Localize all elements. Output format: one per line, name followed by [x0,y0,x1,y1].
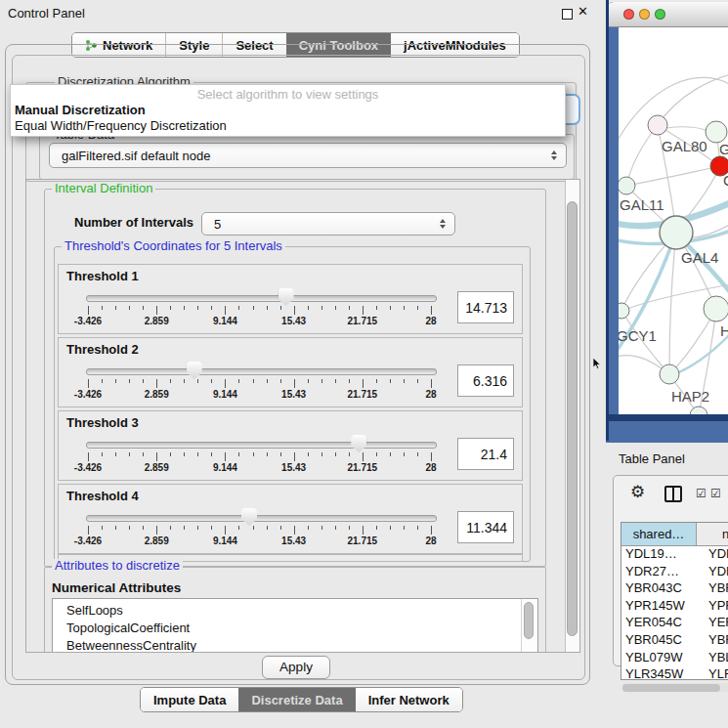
slider-tick [308,452,309,456]
slider-scale-label: 21.715 [348,389,378,400]
network-node-gal4[interactable] [660,216,693,249]
slider-tick [170,379,171,383]
threshold-panel-1: Threshold 1-3.4262.8599.14415.4321.71528… [58,264,523,334]
network-node-gal80[interactable] [648,115,667,135]
slider-tick [102,306,103,310]
cell-shared-name: YBR043C [625,580,682,595]
network-canvas[interactable]: GAL80GACGAL11GAL4GCY1HHAP2 [619,27,728,414]
split-view-icon[interactable] [664,486,682,502]
node-table: shared… na YDL19…YDL1YDR27…YDR2YBR043CYB… [621,522,728,680]
threshold-slider-track[interactable] [86,295,437,302]
threshold-slider-thumb[interactable] [351,435,366,452]
table-row[interactable]: YLR345WYLR3 [621,666,728,680]
network-node-h[interactable] [704,296,728,321]
table-row[interactable]: YBR043CYBR0 [621,580,728,598]
table-row[interactable]: YPR145WYPR1 [621,598,728,616]
slider-scale-label: 9.144 [213,462,237,473]
cell-name: YPR1 [708,598,728,613]
table-row[interactable]: YBR045CYBR0 [621,632,728,650]
settings-scrollbar-thumb[interactable] [567,201,578,636]
network-node[interactable] [690,407,707,414]
table-row[interactable]: YDL19…YDL1 [621,546,728,564]
slider-tick [197,526,198,530]
threshold-panel-3: Threshold 3-3.4262.8599.14415.4321.71528… [58,410,523,481]
threshold-slider-thumb[interactable] [241,508,257,526]
combo-stepper-icon [440,219,446,229]
list-scrollbar-thumb[interactable] [524,602,534,639]
slider-tick [349,379,350,383]
tab-discretize-data[interactable]: Discretize Data [238,688,355,711]
float-window-icon[interactable] [562,9,573,20]
network-node-label: GAL11 [620,196,664,213]
zoom-traffic-light[interactable] [655,9,665,20]
network-node-hap2[interactable] [660,364,679,384]
table-horizontal-scrollbar-thumb[interactable] [622,684,720,692]
network-node-label: GAL80 [662,138,707,154]
table-horizontal-scrollbar[interactable] [621,683,728,692]
number-of-intervals-combobox[interactable]: 5 [201,212,455,236]
attribute-item[interactable]: SelfLoops [53,599,537,620]
slider-tick [294,379,295,388]
slider-tick [390,306,391,310]
column-header-shared-name[interactable]: shared… [621,523,697,546]
threshold-value-field[interactable]: 14.713 [457,291,514,323]
column-header-name[interactable]: na [697,523,728,546]
slider-tick [335,379,336,383]
checkbox-icon[interactable]: ☑ [710,487,721,500]
slider-scale-label: 21.715 [348,462,378,473]
threshold-slider-track[interactable] [86,442,437,449]
number-of-intervals-value: 5 [214,217,221,232]
close-traffic-light[interactable] [623,9,634,20]
slider-tick [335,526,336,530]
apply-button[interactable]: Apply [262,656,330,679]
table-data-combobox[interactable]: galFiltered.sif default node [49,143,567,168]
slider-tick [197,379,198,383]
slider-tick [197,306,198,310]
threshold-slider-thumb[interactable] [278,288,294,306]
close-icon[interactable]: ✕ [578,4,588,19]
dropdown-option-equal-width-frequency[interactable]: Equal Width/Frequency Discretization [15,118,227,133]
tab-label: Impute Data [153,693,226,707]
threshold-value-field[interactable]: 11.344 [457,511,514,543]
attribute-item[interactable]: TopologicalCoefficient [53,620,537,637]
slider-tick [211,452,212,456]
threshold-slider-track[interactable] [86,515,437,522]
attribute-item[interactable]: BetweennessCentrality [53,637,537,653]
slider-tick [390,379,391,383]
tab-impute-data[interactable]: Impute Data [141,688,238,711]
slider-tick [170,526,171,530]
network-node-gal11[interactable] [619,177,635,194]
slider-tick [335,452,336,456]
threshold-value-field[interactable]: 6.316 [457,364,514,397]
slider-tick [280,452,281,456]
minimize-traffic-light[interactable] [639,9,650,20]
tab-infer-network[interactable]: Infer Network [356,688,462,711]
network-window-titlebar[interactable] [606,2,728,27]
cell-name: YBR0 [708,632,728,647]
cell-name: YER0 [708,615,728,629]
checkbox-icon[interactable]: ☑ [696,487,707,500]
table-data-value: galFiltered.sif default node [62,149,210,163]
slider-tick [129,306,130,310]
slider-tick [363,526,364,535]
slider-tick [376,526,377,530]
network-node-label: GAL4 [681,249,718,266]
combo-stepper-icon [551,150,557,160]
table-row[interactable]: YER054CYER0 [621,615,728,632]
table-row[interactable]: YDR27…YDR2 [621,564,728,581]
slider-tick [238,526,239,530]
gear-icon[interactable]: ⚙ [630,482,645,502]
cell-name: YDR2 [708,564,728,578]
threshold-value-field[interactable]: 21.4 [457,438,514,470]
network-node-ga[interactable] [706,121,727,143]
threshold-panel-2: Threshold 2-3.4262.8599.14415.4321.71528… [58,337,523,407]
window-left-edge [606,0,609,441]
table-row[interactable]: YBL079WYBL0 [621,650,728,667]
slider-tick [431,306,432,315]
network-node-gcy1[interactable] [619,303,629,319]
threshold-slider-track[interactable] [86,368,437,375]
threshold-slider-thumb[interactable] [187,362,202,379]
list-scrollbar[interactable] [521,599,536,653]
dropdown-option-manual-discretization[interactable]: Manual Discretization [15,103,146,117]
table-panel-title: Table Panel [619,451,685,466]
